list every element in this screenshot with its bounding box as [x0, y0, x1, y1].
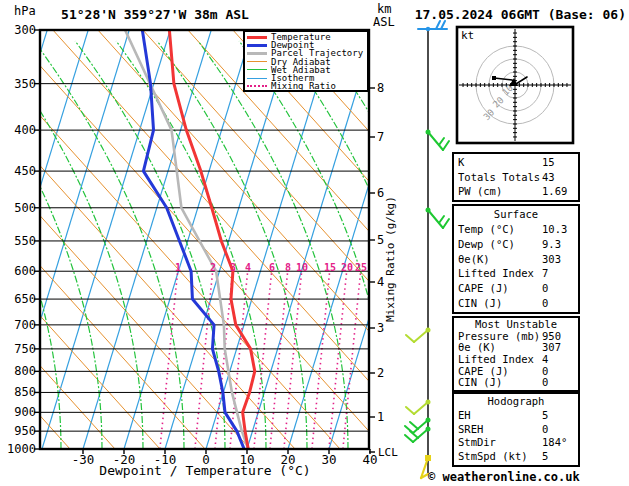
dry-adiabat-line — [8, 30, 385, 449]
panel-row-value: 43 — [542, 170, 555, 185]
pressure-tick-label: 800 — [4, 364, 36, 378]
mixing-ratio-label: 3 — [230, 262, 236, 273]
panel-row: SREH0 — [454, 423, 578, 437]
legend-swatch-dry-adiabat — [247, 61, 267, 62]
panel-row-value: 15 — [542, 155, 555, 170]
panel-row-label: CIN (J) — [458, 297, 502, 309]
panel-row: StmSpd (kt)5 — [454, 450, 578, 464]
wind-barb — [414, 330, 428, 342]
legend-swatch-temperature — [247, 36, 267, 39]
pressure-unit-label: hPa — [14, 4, 36, 18]
pressure-tick-label: 750 — [4, 342, 36, 356]
panel-row-value: 7 — [542, 266, 548, 281]
wind-barb — [443, 219, 449, 228]
wind-barb — [406, 407, 414, 414]
altitude-tick-label: 1 — [377, 410, 384, 424]
panel-row-value: 10.3 — [542, 222, 567, 237]
altitude-tick-label: 2 — [377, 366, 384, 380]
panel-title: Hodograph — [454, 395, 578, 409]
pressure-tick-label: 300 — [4, 23, 36, 37]
panel-row-label: Pressure (mb) — [458, 330, 540, 342]
hodograph: 102030 — [457, 27, 573, 143]
panel-row-label: SREH — [458, 423, 483, 435]
panel-row: CIN (J)0 — [454, 377, 578, 389]
mixing-ratio-axis-label: Mixing Ratio (g/kg) — [384, 196, 397, 322]
panel-row: CIN (J)0 — [454, 296, 578, 311]
legend-box: TemperatureDewpointParcel TrajectoryDry … — [243, 30, 369, 92]
pressure-tick-label: 350 — [4, 77, 36, 91]
plot-border — [40, 30, 369, 449]
altitude-unit-asl: ASL — [373, 15, 395, 29]
legend-swatch-isotherm — [247, 78, 267, 79]
panel-row-label: Lifted Index — [458, 267, 534, 279]
panel-row-label: StmDir — [458, 436, 496, 448]
panel-row-value: 5 — [542, 450, 548, 464]
altitude-unit-km: km — [377, 2, 391, 16]
hodograph-unit-label: kt — [461, 29, 474, 42]
mixing-ratio-label: 25 — [355, 262, 367, 273]
copyright-label: © weatheronline.co.uk — [428, 470, 580, 484]
wind-barb-glyph — [406, 328, 431, 343]
wind-barb-column — [405, 21, 449, 478]
wind-barb — [405, 435, 413, 442]
panel-row: Dewp (°C)9.3 — [454, 237, 578, 252]
panel-row-value: 4 — [542, 354, 548, 366]
wind-barb — [439, 138, 444, 145]
mixing-ratio-line — [312, 270, 330, 449]
pressure-tick-label: 900 — [4, 405, 36, 419]
dry-adiabat-line — [0, 30, 250, 449]
wind-barb — [406, 335, 414, 342]
mixing-ratio-label: 6 — [269, 262, 275, 273]
wind-barb-glyph — [418, 21, 447, 31]
datetime-label: 17.05.2024 06GMT (Base: 06) — [405, 7, 626, 22]
mixing-ratio-label: 20 — [341, 262, 353, 273]
pressure-tick-label: 400 — [4, 123, 36, 137]
wind-barb — [441, 21, 445, 29]
station-title: 51°28'N 359°27'W 38m ASL — [40, 7, 270, 22]
panel-row-label: PW (cm) — [458, 185, 502, 197]
panel-row-label: Dewp (°C) — [458, 238, 515, 250]
pressure-tick-label: 600 — [4, 264, 36, 278]
pressure-tick-label: 1000 — [4, 442, 36, 456]
isotherm-line — [124, 30, 252, 449]
panel-row-value: 5 — [542, 409, 548, 423]
wind-barb-glyph — [426, 130, 450, 151]
panel-row-value: 0 — [542, 423, 548, 437]
legend-swatch-wet-adiabat — [247, 69, 267, 70]
panel-row-label: K — [458, 156, 464, 168]
legend-item: Mixing Ratio — [245, 82, 367, 90]
panel-row-label: CAPE (J) — [458, 282, 509, 294]
most-unstable-panel: Most UnstablePressure (mb)950θe (K)307Li… — [452, 316, 580, 392]
mixing-ratio-label: 15 — [324, 262, 336, 273]
wind-barb-glyph — [406, 400, 431, 415]
pressure-tick-label: 500 — [4, 201, 36, 215]
pressure-tick-label: 650 — [4, 292, 36, 306]
pressure-tick-label: 700 — [4, 318, 36, 332]
hodograph-panel: HodographEH5SREH0StmDir184°StmSpd (kt)5 — [452, 392, 580, 467]
panel-row: StmDir184° — [454, 436, 578, 450]
mixing-ratio-label: 10 — [296, 262, 308, 273]
panel-row: Totals Totals43 — [454, 170, 578, 185]
panel-row-value: 0 — [542, 281, 548, 296]
panel-row: CAPE (J)0 — [454, 281, 578, 296]
panel-row-label: EH — [458, 409, 471, 421]
panel-row: Lifted Index7 — [454, 266, 578, 281]
panel-row-value: 184° — [542, 436, 567, 450]
mixing-ratio-label: 1 — [175, 262, 181, 273]
pressure-tick-label: 450 — [4, 164, 36, 178]
mixing-ratio-line — [195, 270, 213, 449]
panel-row: Temp (°C)10.3 — [454, 222, 578, 237]
wind-barb — [414, 402, 428, 414]
isotherm-line — [165, 30, 293, 449]
panel-row-label: Lifted Index — [458, 353, 534, 365]
indices-panel: K15Totals Totals43PW (cm)1.69 — [452, 152, 580, 202]
panel-row: PW (cm)1.69 — [454, 184, 578, 199]
panel-row-label: Temp (°C) — [458, 223, 515, 235]
altitude-tick-label: 3 — [377, 321, 384, 335]
surface-panel: SurfaceTemp (°C)10.3Dewp (°C)9.3θe(K)303… — [452, 204, 580, 314]
panel-row: K15 — [454, 155, 578, 170]
wind-barb — [436, 21, 440, 29]
mixing-ratio-line — [343, 270, 361, 449]
panel-title: Surface — [454, 207, 578, 222]
isotherm-line — [83, 30, 211, 449]
